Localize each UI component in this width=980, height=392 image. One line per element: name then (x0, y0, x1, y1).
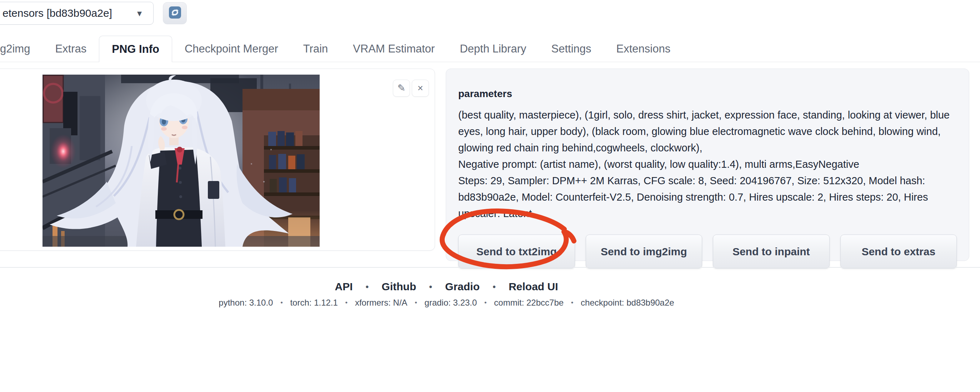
generation-parameters-text: (best quality, masterpiece), (1girl, sol… (458, 107, 958, 222)
bullet-separator: • (571, 299, 574, 306)
clear-image-button[interactable]: × (412, 79, 429, 97)
gradio-version: gradio: 3.23.0 (425, 298, 477, 307)
commit-hash: commit: 22bcc7be (494, 298, 563, 307)
bullet-separator: • (429, 282, 432, 291)
parameters-panel: parameters (best quality, masterpiece), … (446, 68, 969, 261)
tab-png-info[interactable]: PNG Info (99, 36, 172, 62)
bullet-separator: • (345, 299, 348, 306)
model-checkpoint-value: etensors [bd83b90a2e] (3, 7, 112, 19)
preview-image[interactable] (43, 75, 320, 247)
bullet-separator: • (366, 282, 369, 291)
xformers-version: xformers: N/A (355, 298, 407, 307)
send-to-inpaint-button[interactable]: Send to inpaint (713, 235, 830, 268)
checkpoint-hash: checkpoint: bd83b90a2e (581, 298, 674, 307)
bullet-separator: • (415, 299, 417, 306)
gradio-link[interactable]: Gradio (445, 281, 480, 292)
send-to-txt2img-button[interactable]: Send to txt2img (458, 235, 575, 268)
bullet-separator: • (484, 299, 487, 306)
main-tab-bar: g2img Extras PNG Info Checkpoint Merger … (0, 36, 980, 62)
tab-img2img[interactable]: g2img (0, 36, 43, 62)
tab-extensions[interactable]: Extensions (604, 36, 683, 62)
settings-line: Steps: 29, Sampler: DPM++ 2M Karras, CFG… (458, 173, 958, 222)
refresh-checkpoints-button[interactable] (163, 2, 187, 24)
tab-vram-estimator[interactable]: VRAM Estimator (340, 36, 447, 62)
png-info-page: etensors [bd83b90a2e] ▾ g2img Extras PNG… (0, 0, 980, 392)
send-to-img2img-button[interactable]: Send to img2img (586, 235, 703, 268)
bullet-separator: • (493, 282, 495, 291)
parameters-label: parameters (458, 88, 957, 100)
refresh-icon (168, 5, 182, 21)
close-icon: × (417, 83, 423, 94)
chevron-down-icon: ▾ (137, 8, 142, 19)
github-link[interactable]: Github (382, 281, 417, 292)
send-buttons-row: Send to txt2img Send to img2img Send to … (458, 235, 957, 268)
bullet-separator: • (280, 299, 283, 306)
send-to-extras-button[interactable]: Send to extras (840, 235, 957, 268)
python-version: python: 3.10.0 (219, 298, 273, 307)
footer-version-info: python: 3.10.0 • torch: 1.12.1 • xformer… (0, 298, 893, 308)
tab-extras[interactable]: Extras (43, 36, 99, 62)
prompt-line: (best quality, masterpiece), (1girl, sol… (458, 107, 958, 156)
tab-depth-library[interactable]: Depth Library (447, 36, 539, 62)
footer-divider (0, 267, 980, 268)
tab-settings[interactable]: Settings (539, 36, 604, 62)
footer-links: API • Github • Gradio • Reload UI (0, 281, 893, 293)
image-toolbar: ✎ × (393, 79, 429, 97)
model-checkpoint-dropdown[interactable]: etensors [bd83b90a2e] ▾ (0, 2, 154, 25)
tab-checkpoint-merger[interactable]: Checkpoint Merger (172, 36, 291, 62)
torch-version: torch: 1.12.1 (290, 298, 337, 307)
reload-ui-link[interactable]: Reload UI (509, 281, 558, 292)
edit-image-button[interactable]: ✎ (393, 79, 410, 97)
tab-train[interactable]: Train (291, 36, 340, 62)
source-image-panel: ✎ × (0, 68, 435, 251)
api-link[interactable]: API (335, 281, 353, 292)
negative-prompt-line: Negative prompt: (artist name), (worst q… (458, 156, 958, 173)
pencil-icon: ✎ (398, 83, 406, 94)
